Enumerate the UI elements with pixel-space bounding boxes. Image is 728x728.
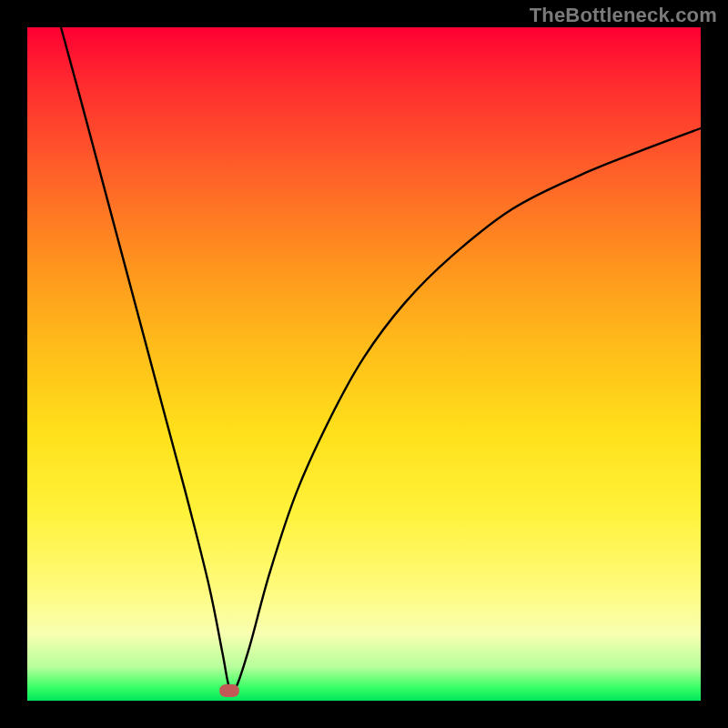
plot-area <box>27 27 701 701</box>
min-marker <box>219 684 239 697</box>
bottleneck-curve-path <box>61 27 701 693</box>
curve-svg <box>27 27 701 701</box>
chart-frame: TheBottleneck.com <box>0 0 728 728</box>
watermark-text: TheBottleneck.com <box>530 4 717 27</box>
